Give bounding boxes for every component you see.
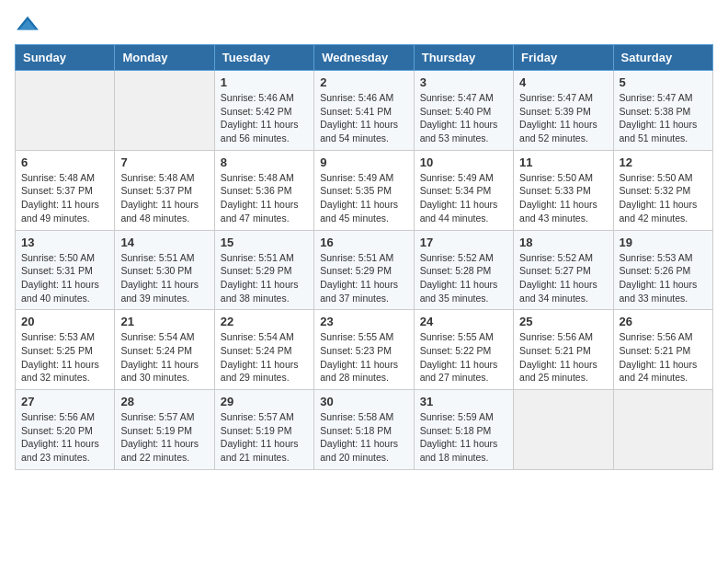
- calendar-cell: 22Sunrise: 5:54 AMSunset: 5:24 PMDayligh…: [214, 310, 313, 390]
- day-number: 9: [320, 155, 407, 169]
- day-number: 17: [420, 236, 507, 249]
- calendar-cell: 10Sunrise: 5:49 AMSunset: 5:34 PMDayligh…: [414, 150, 513, 230]
- cell-content: Sunrise: 5:50 AMSunset: 5:33 PMDaylight:…: [519, 171, 607, 225]
- calendar-cell: 23Sunrise: 5:55 AMSunset: 5:23 PMDayligh…: [314, 310, 414, 390]
- calendar-cell: 21Sunrise: 5:54 AMSunset: 5:24 PMDayligh…: [115, 310, 214, 390]
- weekday-wednesday: Wednesday: [314, 45, 414, 71]
- calendar-cell: 30Sunrise: 5:58 AMSunset: 5:18 PMDayligh…: [314, 390, 414, 470]
- day-number: 20: [21, 315, 108, 328]
- calendar-cell: 17Sunrise: 5:52 AMSunset: 5:28 PMDayligh…: [414, 230, 513, 310]
- calendar-cell: [115, 71, 214, 151]
- cell-content: Sunrise: 5:55 AMSunset: 5:22 PMDaylight:…: [420, 330, 507, 385]
- calendar-cell: 13Sunrise: 5:50 AMSunset: 5:31 PMDayligh…: [16, 230, 115, 310]
- cell-content: Sunrise: 5:47 AMSunset: 5:38 PMDaylight:…: [620, 91, 707, 145]
- cell-content: Sunrise: 5:48 AMSunset: 5:37 PMDaylight:…: [21, 171, 108, 225]
- weekday-monday: Monday: [115, 45, 214, 71]
- calendar-cell: 18Sunrise: 5:52 AMSunset: 5:27 PMDayligh…: [514, 230, 613, 310]
- day-number: 4: [519, 75, 607, 89]
- calendar-cell: 19Sunrise: 5:53 AMSunset: 5:26 PMDayligh…: [613, 230, 712, 310]
- day-number: 27: [21, 395, 108, 408]
- cell-content: Sunrise: 5:48 AMSunset: 5:36 PMDaylight:…: [221, 171, 308, 225]
- day-number: 8: [221, 155, 308, 169]
- calendar-cell: 27Sunrise: 5:56 AMSunset: 5:20 PMDayligh…: [16, 390, 115, 470]
- cell-content: Sunrise: 5:56 AMSunset: 5:20 PMDaylight:…: [21, 410, 108, 465]
- day-number: 31: [420, 395, 507, 408]
- cell-content: Sunrise: 5:57 AMSunset: 5:19 PMDaylight:…: [120, 410, 208, 465]
- week-row-2: 6Sunrise: 5:48 AMSunset: 5:37 PMDaylight…: [16, 150, 713, 230]
- calendar-cell: 31Sunrise: 5:59 AMSunset: 5:18 PMDayligh…: [414, 390, 513, 470]
- day-number: 6: [21, 155, 108, 169]
- weekday-friday: Friday: [514, 45, 613, 71]
- day-number: 13: [21, 236, 108, 249]
- calendar-cell: 11Sunrise: 5:50 AMSunset: 5:33 PMDayligh…: [514, 150, 613, 230]
- cell-content: Sunrise: 5:47 AMSunset: 5:39 PMDaylight:…: [519, 91, 607, 145]
- cell-content: Sunrise: 5:57 AMSunset: 5:19 PMDaylight:…: [221, 410, 308, 465]
- cell-content: Sunrise: 5:58 AMSunset: 5:18 PMDaylight:…: [320, 410, 407, 465]
- calendar-cell: 2Sunrise: 5:46 AMSunset: 5:41 PMDaylight…: [314, 71, 414, 151]
- calendar-cell: 15Sunrise: 5:51 AMSunset: 5:29 PMDayligh…: [214, 230, 313, 310]
- day-number: 11: [519, 155, 607, 169]
- calendar-cell: [514, 390, 613, 470]
- calendar-cell: 8Sunrise: 5:48 AMSunset: 5:36 PMDaylight…: [214, 150, 313, 230]
- cell-content: Sunrise: 5:56 AMSunset: 5:21 PMDaylight:…: [620, 330, 707, 385]
- cell-content: Sunrise: 5:53 AMSunset: 5:26 PMDaylight:…: [620, 251, 707, 305]
- cell-content: Sunrise: 5:46 AMSunset: 5:41 PMDaylight:…: [320, 91, 407, 145]
- day-number: 7: [120, 155, 208, 169]
- day-number: 12: [620, 155, 707, 169]
- calendar-cell: 5Sunrise: 5:47 AMSunset: 5:38 PMDaylight…: [613, 71, 712, 151]
- day-number: 5: [620, 75, 707, 89]
- day-number: 2: [320, 75, 407, 89]
- day-number: 10: [420, 155, 507, 169]
- day-number: 25: [519, 315, 607, 328]
- day-number: 28: [120, 395, 208, 408]
- week-row-1: 1Sunrise: 5:46 AMSunset: 5:42 PMDaylight…: [16, 71, 713, 151]
- calendar-body: 1Sunrise: 5:46 AMSunset: 5:42 PMDaylight…: [16, 71, 713, 470]
- calendar-cell: [613, 390, 712, 470]
- week-row-4: 20Sunrise: 5:53 AMSunset: 5:25 PMDayligh…: [16, 310, 713, 390]
- cell-content: Sunrise: 5:49 AMSunset: 5:35 PMDaylight:…: [320, 171, 407, 225]
- calendar-table: SundayMondayTuesdayWednesdayThursdayFrid…: [15, 44, 713, 470]
- logo: [15, 15, 44, 35]
- day-number: 29: [221, 395, 308, 408]
- weekday-header-row: SundayMondayTuesdayWednesdayThursdayFrid…: [16, 45, 713, 71]
- calendar-cell: 6Sunrise: 5:48 AMSunset: 5:37 PMDaylight…: [16, 150, 115, 230]
- calendar-cell: 7Sunrise: 5:48 AMSunset: 5:37 PMDaylight…: [115, 150, 214, 230]
- week-row-3: 13Sunrise: 5:50 AMSunset: 5:31 PMDayligh…: [16, 230, 713, 310]
- cell-content: Sunrise: 5:52 AMSunset: 5:28 PMDaylight:…: [420, 251, 507, 305]
- cell-content: Sunrise: 5:46 AMSunset: 5:42 PMDaylight:…: [221, 91, 308, 145]
- calendar-cell: 26Sunrise: 5:56 AMSunset: 5:21 PMDayligh…: [613, 310, 712, 390]
- cell-content: Sunrise: 5:51 AMSunset: 5:29 PMDaylight:…: [221, 251, 308, 305]
- calendar-cell: 14Sunrise: 5:51 AMSunset: 5:30 PMDayligh…: [115, 230, 214, 310]
- cell-content: Sunrise: 5:52 AMSunset: 5:27 PMDaylight:…: [519, 251, 607, 305]
- weekday-saturday: Saturday: [613, 45, 712, 71]
- weekday-thursday: Thursday: [414, 45, 513, 71]
- calendar-cell: 29Sunrise: 5:57 AMSunset: 5:19 PMDayligh…: [214, 390, 313, 470]
- cell-content: Sunrise: 5:47 AMSunset: 5:40 PMDaylight:…: [420, 91, 507, 145]
- cell-content: Sunrise: 5:54 AMSunset: 5:24 PMDaylight:…: [120, 330, 208, 385]
- day-number: 21: [120, 315, 208, 328]
- week-row-5: 27Sunrise: 5:56 AMSunset: 5:20 PMDayligh…: [16, 390, 713, 470]
- day-number: 26: [620, 315, 707, 328]
- day-number: 18: [519, 236, 607, 249]
- cell-content: Sunrise: 5:55 AMSunset: 5:23 PMDaylight:…: [320, 330, 407, 385]
- calendar-cell: [16, 71, 115, 151]
- cell-content: Sunrise: 5:50 AMSunset: 5:31 PMDaylight:…: [21, 251, 108, 305]
- calendar-cell: 16Sunrise: 5:51 AMSunset: 5:29 PMDayligh…: [314, 230, 414, 310]
- calendar-cell: 24Sunrise: 5:55 AMSunset: 5:22 PMDayligh…: [414, 310, 513, 390]
- cell-content: Sunrise: 5:59 AMSunset: 5:18 PMDaylight:…: [420, 410, 507, 465]
- day-number: 23: [320, 315, 407, 328]
- cell-content: Sunrise: 5:53 AMSunset: 5:25 PMDaylight:…: [21, 330, 108, 385]
- day-number: 22: [221, 315, 308, 328]
- calendar-cell: 9Sunrise: 5:49 AMSunset: 5:35 PMDaylight…: [314, 150, 414, 230]
- day-number: 19: [620, 236, 707, 249]
- cell-content: Sunrise: 5:51 AMSunset: 5:29 PMDaylight:…: [320, 251, 407, 305]
- day-number: 3: [420, 75, 507, 89]
- cell-content: Sunrise: 5:56 AMSunset: 5:21 PMDaylight:…: [519, 330, 607, 385]
- cell-content: Sunrise: 5:51 AMSunset: 5:30 PMDaylight:…: [120, 251, 208, 305]
- calendar-cell: 12Sunrise: 5:50 AMSunset: 5:32 PMDayligh…: [613, 150, 712, 230]
- weekday-sunday: Sunday: [16, 45, 115, 71]
- calendar-cell: 4Sunrise: 5:47 AMSunset: 5:39 PMDaylight…: [514, 71, 613, 151]
- generalblue-icon: [15, 15, 40, 35]
- page-header: [15, 15, 713, 35]
- calendar-cell: 20Sunrise: 5:53 AMSunset: 5:25 PMDayligh…: [16, 310, 115, 390]
